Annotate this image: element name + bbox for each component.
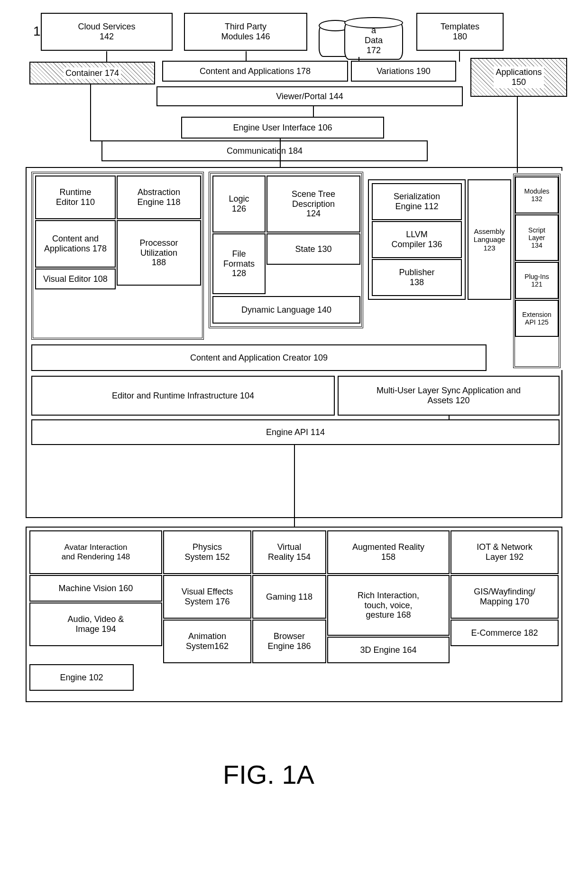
content-application-creator-109: Content and Application Creator 109 [31,344,487,371]
viewer-portal-144: Viewer/Portal 144 [156,86,463,106]
ar-158: Augmented Reality 158 [327,530,450,574]
visual-editor-108: Visual Editor 108 [35,269,116,289]
animation-162: Animation System162 [163,620,251,663]
llvm-compiler-136b: LLVM Compiler 136 [372,221,462,258]
multi-user-sync-120: Multi-User Layer Sync Application and As… [338,376,560,416]
physics-152: Physics System 152 [163,530,251,574]
machine-vision-160: Machine Vision 160 [29,575,162,602]
browser-engine-186: Browser Engine 186 [252,620,326,663]
3d-engine-164: 3D Engine 164 [327,637,450,663]
scene-tree-124: Scene Tree Description 124 [266,176,360,232]
vr-154: Virtual Reality 154 [252,530,326,574]
connector [459,51,460,62]
e-commerce-182: E-Commerce 182 [450,620,559,646]
connector [449,416,450,419]
modules-132b: Modules 132 [515,176,559,213]
processor-utilization-188: Processor Utilization 188 [117,220,201,286]
communication-184: Communication 184 [101,140,428,161]
applications-150: Applications 150 [470,58,567,97]
connector [313,106,314,117]
serialization-engine-112b: Serialization Engine 112 [372,183,462,220]
dynamic-language-140: Dynamic Language 140 [212,296,360,324]
runtime-editor-110: Runtime Editor 110 [35,176,116,219]
cyl-a: a [371,26,376,36]
script-layer-134: Script Layer 134 [515,214,559,261]
engine-102: Engine 102 [29,664,134,691]
data-cylinders: a Data 172 [319,17,404,61]
connector [90,140,101,141]
figure-label: FIG. 1A [223,759,314,790]
iot-192: IOT & Network Layer 192 [450,530,559,574]
connector [358,57,359,62]
content-applications-178-top: Content and Applications 178 [162,61,348,82]
engine-user-interface-106: Engine User Interface 106 [181,117,384,139]
templates-180: Templates 180 [416,13,504,51]
connector [517,97,518,173]
audio-video-image-194: Audio, Video & Image 194 [29,603,162,646]
variations-190: Variations 190 [351,61,456,82]
third-party-modules-146: Third Party Modules 146 [184,13,307,51]
gaming-118: Gaming 118 [252,575,326,619]
connector [106,51,107,62]
assembly-language-cell: Assembly Language 123 [468,179,511,300]
connector [294,445,295,527]
extension-api-125: Extension API 125 [515,300,559,337]
gis-170: GIS/Wayfinding/ Mapping 170 [450,575,559,619]
diagram-page: 100 Container 174 Content and Applicatio… [0,0,588,881]
container-174: Container 174 [29,62,155,84]
connector [246,51,247,62]
cloud-services-142-box: Cloud Services 142 [41,13,173,51]
avatar-148: Avatar Interaction and Rendering 148 [29,530,162,574]
connector [294,517,295,527]
rich-interaction-168: Rich Interaction, touch, voice, gesture … [327,575,450,636]
visual-effects-176: Visual Effects System 176 [163,575,251,619]
cyl-data-172: Data 172 [365,36,383,56]
connector [280,139,281,167]
logic-126: Logic 126 [212,176,266,232]
publisher-138b: Publisher 138 [372,259,462,296]
connector [90,84,91,140]
state-130: State 130 [266,233,360,265]
file-formats-128: File Formats 128 [212,233,266,294]
content-applications-178: Content and Applications 178 [35,220,116,268]
abstraction-engine-118: Abstraction Engine 118 [117,176,201,219]
editor-runtime-infrastructure-104: Editor and Runtime Infrastructure 104 [31,376,335,416]
engine-api-114: Engine API 114 [31,419,560,445]
plugins-121: Plug-Ins 121 [515,262,559,299]
